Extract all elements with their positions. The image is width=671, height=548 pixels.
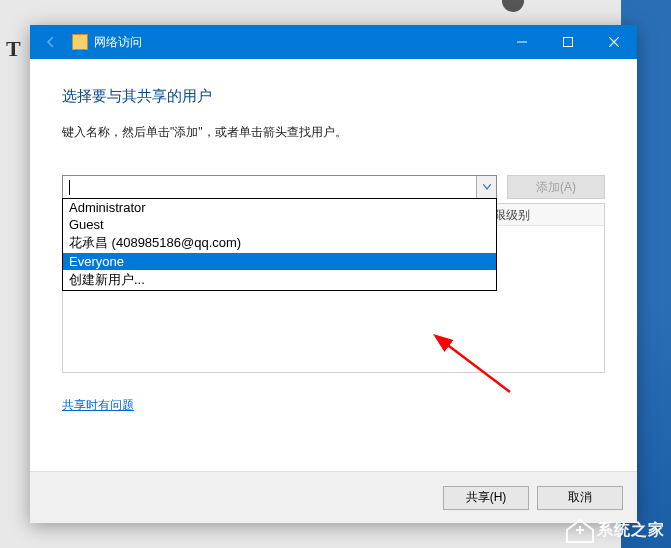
minimize-button[interactable] [499, 25, 545, 59]
text-caret [69, 180, 70, 195]
dropdown-item[interactable]: Everyone [63, 253, 496, 270]
user-dropdown: AdministratorGuest花承昌 (408985186@qq.com)… [62, 198, 497, 291]
dropdown-item[interactable]: 花承昌 (408985186@qq.com) [63, 233, 496, 253]
user-combo[interactable] [62, 175, 497, 199]
user-input[interactable] [63, 176, 476, 198]
help-link[interactable]: 共享时有问题 [62, 397, 134, 414]
dialog-footer: 共享(H) 取消 [30, 471, 637, 523]
user-input-row: 添加(A) AdministratorGuest花承昌 (408985186@q… [62, 175, 605, 199]
maximize-button[interactable] [545, 25, 591, 59]
add-button: 添加(A) [507, 175, 605, 199]
window-title: 网络访问 [94, 34, 142, 51]
chevron-down-icon [483, 184, 491, 190]
close-button[interactable] [591, 25, 637, 59]
dropdown-item[interactable]: Guest [63, 216, 496, 233]
dropdown-item[interactable]: 创建新用户... [63, 270, 496, 290]
page-heading: 选择要与其共享的用户 [62, 87, 605, 106]
dropdown-toggle[interactable] [476, 176, 496, 198]
app-icon [72, 34, 88, 50]
network-access-dialog: 网络访问 选择要与其共享的用户 键入名称，然后单击"添加"，或者单击箭头查找用户… [30, 25, 637, 523]
browser-avatar [502, 0, 524, 12]
titlebar: 网络访问 [30, 25, 637, 59]
instruction-text: 键入名称，然后单击"添加"，或者单击箭头查找用户。 [62, 124, 605, 141]
share-button[interactable]: 共享(H) [443, 486, 529, 510]
back-button[interactable] [40, 31, 62, 53]
content-area: 选择要与其共享的用户 键入名称，然后单击"添加"，或者单击箭头查找用户。 添加(… [30, 59, 637, 471]
cancel-button[interactable]: 取消 [537, 486, 623, 510]
dropdown-item[interactable]: Administrator [63, 199, 496, 216]
background-t-glyph: T [6, 36, 21, 62]
svg-rect-1 [564, 38, 573, 47]
